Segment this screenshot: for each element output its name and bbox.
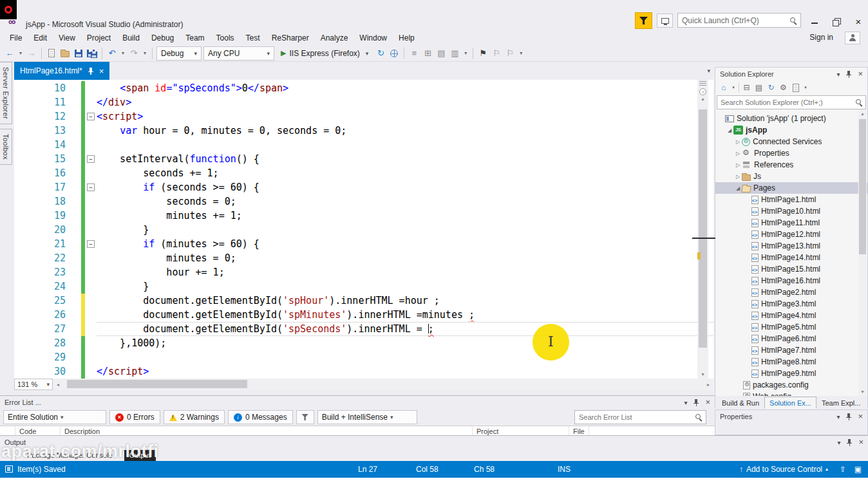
columns-filter-button[interactable]: [296, 410, 314, 424]
code-line-12[interactable]: 12−<script>: [14, 109, 713, 124]
redo-icon[interactable]: ↷: [128, 46, 140, 61]
code-line-25[interactable]: 25 document.getElementById('spHour').inn…: [14, 294, 713, 308]
show-all-files-icon[interactable]: ▤: [754, 82, 764, 93]
menu-item-file[interactable]: File: [4, 31, 28, 45]
code-line-10[interactable]: 10 <span id="spSeconds">0</span>: [14, 81, 713, 95]
document-tab[interactable]: HtmlPage16.html* ×: [14, 62, 109, 80]
scroll-up-icon[interactable]: ▴: [697, 95, 708, 103]
window-position-icon[interactable]: ▾: [684, 399, 687, 406]
panel-tab-buildrun[interactable]: Build & Run: [717, 397, 764, 409]
window-position-icon[interactable]: ▾: [837, 439, 840, 446]
tree-item[interactable]: HtmlPage4.html: [715, 310, 867, 321]
code-line-13[interactable]: 13 var hour = 0, minutes = 0, seconds = …: [14, 124, 713, 138]
menu-item-test[interactable]: Test: [240, 31, 266, 45]
window-position-icon[interactable]: ▾: [836, 413, 840, 420]
tree-item[interactable]: HtmlPage5.html: [715, 321, 867, 333]
tree-item[interactable]: packages.config: [715, 379, 867, 391]
notifications-icon[interactable]: ▣: [854, 461, 862, 478]
code-line-16[interactable]: 16 seconds += 1;: [14, 166, 713, 180]
window-position-icon[interactable]: ▾: [836, 71, 840, 78]
code-line-29[interactable]: 29: [14, 350, 713, 364]
code-line-21[interactable]: 21− if (minutes >= 60) {: [14, 237, 713, 251]
collapsed-arrow-icon[interactable]: ▷: [734, 162, 742, 168]
error-list-header[interactable]: Error List ... ▾ ×: [0, 396, 715, 409]
browser-icon[interactable]: [388, 46, 400, 61]
close-icon[interactable]: ×: [858, 71, 863, 77]
code-line-22[interactable]: 22 minutes = 0;: [14, 251, 713, 265]
start-debugging-button[interactable]: ▶IIS Express (Firefox)▾: [276, 46, 373, 61]
chevron-down-icon[interactable]: ▾: [731, 82, 736, 93]
menu-item-debug[interactable]: Debug: [146, 31, 180, 45]
code-line-17[interactable]: 17− if (seconds >= 60) {: [14, 180, 713, 194]
pin-icon[interactable]: [845, 413, 852, 420]
pin-icon[interactable]: [845, 71, 852, 78]
save-icon[interactable]: [73, 46, 84, 61]
tree-item[interactable]: HtmlPage16.html: [715, 275, 867, 286]
open-file-icon[interactable]: [59, 46, 71, 61]
code-editor[interactable]: 10 <span id="spSeconds">0</span>11</div>…: [14, 80, 713, 379]
navigate-forward-icon[interactable]: →: [26, 46, 37, 61]
error-column-code[interactable]: Code: [15, 426, 61, 435]
collapsed-arrow-icon[interactable]: ▷: [734, 151, 742, 156]
editor-vertical-scrollbar[interactable]: ▴ ▾: [697, 80, 708, 379]
menu-item-build[interactable]: Build: [117, 31, 146, 45]
debug-configuration-select[interactable]: Debug▾: [156, 46, 202, 61]
vertical-scroll-thumb[interactable]: [859, 119, 866, 254]
error-search-input[interactable]: [579, 413, 695, 421]
error-source-select[interactable]: Build + IntelliSense▾: [317, 410, 417, 424]
pin-icon[interactable]: [693, 399, 699, 406]
chevron-down-icon[interactable]: ▾: [462, 46, 469, 61]
properties-icon[interactable]: ⚙: [778, 82, 788, 93]
new-file-icon[interactable]: [46, 46, 57, 61]
menu-item-resharper[interactable]: ReSharper: [266, 31, 315, 45]
collapse-all-icon[interactable]: ⊟: [742, 82, 751, 93]
menu-item-edit[interactable]: Edit: [28, 31, 53, 45]
menu-item-project[interactable]: Project: [81, 31, 117, 45]
errors-filter-button[interactable]: 0 Errors: [109, 410, 160, 424]
next-bookmark-icon[interactable]: ⚐: [504, 46, 516, 61]
panel-tab-solutionex[interactable]: Solution Ex...: [764, 397, 816, 409]
pin-icon[interactable]: [88, 68, 94, 75]
previous-bookmark-icon[interactable]: ⚐: [491, 46, 502, 61]
code-line-19[interactable]: 19 minutes += 1;: [14, 209, 713, 223]
fold-collapse-icon[interactable]: −: [87, 240, 95, 248]
tree-item[interactable]: HtmlPage10.html: [715, 205, 867, 217]
expanded-arrow-icon[interactable]: ◢: [726, 127, 733, 133]
menu-item-team[interactable]: Team: [180, 31, 210, 45]
status-line[interactable]: Ln 27: [358, 461, 377, 478]
code-line-27[interactable]: 27 document.getElementById('spSeconds').…: [14, 322, 713, 336]
quick-launch[interactable]: [677, 13, 801, 28]
redo-dropdown-icon[interactable]: ▾: [142, 46, 148, 61]
undo-icon[interactable]: ↶: [106, 46, 118, 61]
solution-search-box[interactable]: [717, 95, 866, 109]
editor-horizontal-scrollbar[interactable]: [63, 379, 703, 390]
properties-header[interactable]: Properties ▾ ×: [715, 410, 867, 423]
code-line-20[interactable]: 20 }: [14, 223, 713, 237]
fold-collapse-icon[interactable]: −: [87, 113, 95, 120]
warnings-filter-button[interactable]: 2 Warnings: [164, 410, 225, 424]
close-icon[interactable]: ×: [705, 399, 710, 406]
tree-item[interactable]: HtmlPage9.html: [715, 368, 867, 379]
tree-item[interactable]: Solution 'jsApp' (1 project): [715, 113, 867, 124]
tree-item[interactable]: HtmlPage7.html: [715, 344, 867, 356]
tree-item[interactable]: HtmlPage14.html: [715, 252, 867, 263]
filter-button[interactable]: [635, 12, 652, 29]
code-line-23[interactable]: 23 hour += 1;: [14, 265, 713, 279]
navigate-backward-icon[interactable]: ←: [4, 46, 15, 61]
quick-launch-input[interactable]: [682, 16, 790, 25]
expanded-arrow-icon[interactable]: ◢: [734, 185, 742, 191]
platform-select[interactable]: Any CPU▾: [203, 46, 274, 61]
restore-button[interactable]: [827, 14, 846, 28]
tree-item[interactable]: ▷References: [715, 159, 867, 171]
feedback-button[interactable]: [657, 14, 673, 28]
tab-close-icon[interactable]: ×: [99, 66, 104, 76]
save-all-icon[interactable]: [86, 46, 98, 61]
code-line-24[interactable]: 24 }: [14, 279, 713, 294]
code-line-11[interactable]: 11</div>: [14, 95, 713, 109]
uncomment-icon[interactable]: ▤: [435, 46, 447, 61]
chevron-down-icon[interactable]: ▾: [518, 46, 524, 61]
add-to-source-control-button[interactable]: ↑ Add to Source Control ▴: [739, 461, 828, 478]
status-character[interactable]: Ch 58: [474, 461, 495, 478]
code-line-18[interactable]: 18 seconds = 0;: [14, 194, 713, 209]
solution-explorer-scrollbar[interactable]: ▴ ▾: [858, 110, 867, 396]
